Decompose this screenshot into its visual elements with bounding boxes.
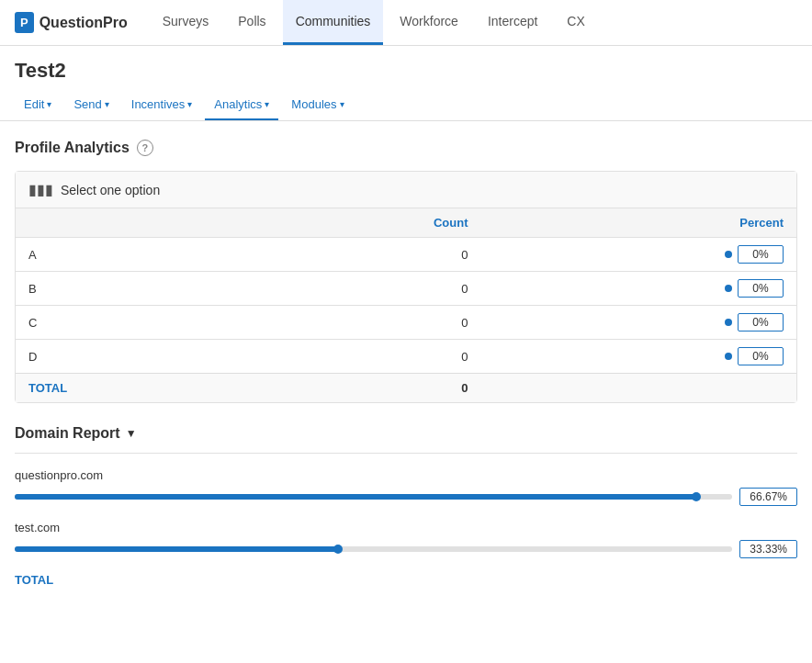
percent-badge: 0% [738,347,784,365]
subnav-edit[interactable]: Edit ▾ [15,90,61,120]
page-title: Test2 [0,46,812,90]
col-percent: Percent [481,208,797,238]
row-percent: 0% [481,238,797,272]
bar-container: 33.33% [15,540,797,558]
percent-dot [725,251,732,258]
nav-item-polls[interactable]: Polls [225,0,278,45]
row-percent: 0% [481,306,797,340]
top-navigation: P QuestionPro Surveys Polls Communities … [0,0,812,46]
chart-section: ▮▮▮ Select one option Count Percent A 0 … [15,171,797,403]
row-count: 0 [256,272,481,306]
logo-icon: P [15,12,34,33]
main-content: Profile Analytics ? ▮▮▮ Select one optio… [0,121,812,605]
bar-track [15,546,732,552]
row-count: 0 [256,306,481,340]
domain-total-label: TOTAL [15,573,797,587]
domain-label: test.com [15,521,797,534]
chevron-down-icon: ▾ [105,99,109,109]
domain-report-header[interactable]: Domain Report ▼ [15,425,797,442]
nav-item-workforce[interactable]: Workforce [387,0,471,45]
total-row: TOTAL 0 [16,374,796,403]
sub-navigation: Edit ▾ Send ▾ Incentives ▾ Analytics ▾ M… [0,90,812,121]
bar-fill [15,494,696,500]
nav-item-surveys[interactable]: Surveys [150,0,222,45]
col-count: Count [256,208,481,238]
chart-title: Select one option [61,183,160,197]
subnav-analytics[interactable]: Analytics ▾ [205,90,278,120]
chevron-down-icon: ▾ [340,99,344,109]
bar-track [15,494,732,500]
domain-label: questionpro.com [15,468,797,482]
toggle-arrow-icon: ▼ [126,427,137,440]
col-label [16,208,256,238]
row-label: C [16,306,256,340]
domain-report-title: Domain Report [15,425,120,442]
row-count: 0 [256,340,481,374]
subnav-modules[interactable]: Modules ▾ [282,90,353,120]
table-row: B 0 0% [16,272,796,306]
table-row: D 0 0% [16,340,796,374]
percent-badge: 0% [738,245,784,264]
subnav-incentives[interactable]: Incentives ▾ [122,90,202,120]
bar-container: 66.67% [15,488,797,506]
bar-value: 33.33% [739,540,797,558]
table-row: A 0 0% [16,238,796,272]
table-header-row: Count Percent [16,208,796,238]
total-count: 0 [256,374,481,403]
total-percent-empty [481,374,797,403]
section-title: Profile Analytics ? [15,140,797,156]
row-label: D [16,340,256,374]
table-row: C 0 0% [16,306,796,340]
total-label: TOTAL [16,374,256,403]
percent-dot [725,353,732,360]
bar-value: 66.67% [739,488,797,506]
chevron-down-icon: ▾ [47,99,51,109]
logo-text: QuestionPro [39,15,128,31]
row-count: 0 [256,238,481,272]
chart-header: ▮▮▮ Select one option [16,172,796,208]
chevron-down-icon: ▾ [187,99,192,109]
percent-dot [725,285,732,292]
nav-item-intercept[interactable]: Intercept [475,0,550,45]
domain-row: questionpro.com 66.67% [15,468,797,506]
percent-dot [725,319,732,326]
row-percent: 0% [481,340,797,374]
subnav-send[interactable]: Send ▾ [64,90,118,120]
row-percent: 0% [481,272,797,306]
bar-chart-icon: ▮▮▮ [28,181,53,198]
chevron-down-icon: ▾ [265,99,269,109]
bar-dot-icon [333,545,343,554]
logo[interactable]: P QuestionPro [15,12,128,33]
nav-item-communities[interactable]: Communities [283,0,384,45]
bar-dot-icon [692,492,701,501]
percent-badge: 0% [738,279,784,298]
bar-fill [15,546,338,552]
domain-section: questionpro.com 66.67% test.com 33.33% [15,453,797,587]
analytics-table: Count Percent A 0 0% B 0 0% [16,208,796,402]
percent-badge: 0% [738,313,784,332]
help-icon[interactable]: ? [137,140,153,156]
nav-items: Surveys Polls Communities Workforce Inte… [150,0,598,45]
domain-row: test.com 33.33% [15,521,797,558]
row-label: A [16,238,256,272]
nav-item-cx[interactable]: CX [554,0,597,45]
row-label: B [16,272,256,306]
